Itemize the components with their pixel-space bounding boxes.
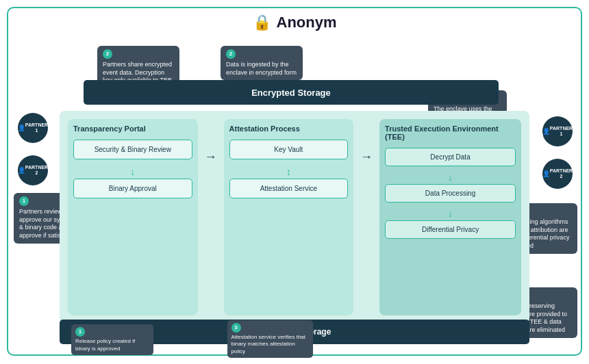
sub-ann3-text: Attestation service verifies that binary…	[231, 334, 309, 355]
arrow-between-2-3: →	[360, 119, 373, 315]
binary-approval-box: Binary Approval	[73, 179, 192, 198]
arrow-down-4: ↓	[385, 208, 516, 219]
partner-left-1: 👤PARTNER 1	[18, 113, 48, 143]
partner-circle-right-1: 👤PARTNER 1	[542, 116, 573, 146]
title-bar: 🔒 Anonym	[253, 14, 337, 31]
lock-icon: 🔒	[253, 14, 271, 31]
attestation-process-panel: Attestation Process Key Vault ↕ Attestat…	[224, 119, 354, 315]
arrow-down-3: ↓	[385, 172, 516, 183]
tee-panel: Trusted Execution Environment (TEE) Decr…	[379, 119, 521, 315]
arrow-down-1: ↓	[73, 166, 192, 177]
attestation-process-title: Attestation Process	[229, 125, 349, 133]
sub-ann1-text: Release policy created if binary is appr…	[75, 338, 149, 352]
decrypt-data-box: Decrypt Data	[385, 148, 516, 166]
tee-title: Trusted Execution Environment (TEE)	[385, 125, 516, 141]
outer-box: 🔒 Anonym 2 Partners share encrypted even…	[7, 7, 582, 356]
ann2-right-num: 2	[226, 49, 236, 59]
app-title: Anonym	[277, 14, 337, 31]
inner-content-area: Transparency Portal Security & Binary Re…	[60, 111, 529, 324]
ann1-num: 1	[19, 196, 29, 206]
key-vault-box: Key Vault	[229, 140, 349, 159]
attestation-service-box: Attestation Service	[229, 179, 349, 198]
sub-ann3-num: 3	[231, 323, 241, 333]
partner-circle-left-2: 👤PARTNER 2	[18, 155, 48, 185]
partner-right-1: 👤PARTNER 1	[542, 116, 573, 146]
main-container: 🔒 Anonym 2 Partners share encrypted even…	[0, 0, 589, 364]
annotation-2-right: 2 Data is ingested by the enclave in enc…	[221, 46, 303, 80]
sub-annotation-3: 3 Attestation service verifies that bina…	[227, 320, 313, 358]
ann2-right-text: Data is ingested by the enclave in encry…	[226, 61, 297, 77]
transparency-portal-title: Transparency Portal	[73, 125, 192, 133]
partner-circle-right-2: 👤PARTNER 2	[542, 159, 573, 189]
differential-privacy-box: Differential Privacy	[385, 220, 516, 239]
encrypted-storage-top: Encrypted Storage	[84, 80, 499, 105]
ann2-left-num: 2	[103, 49, 112, 59]
data-processing-box: Data Processing	[385, 184, 516, 203]
sub-annotation-1: 1 Release policy created if binary is ap…	[71, 324, 153, 355]
arrow-between-1-2: →	[205, 119, 217, 315]
arrow-down-2: ↕	[229, 166, 349, 177]
partner-circle-left-1: 👤PARTNER 1	[18, 113, 48, 143]
partner-left-2: 👤PARTNER 2	[18, 155, 48, 185]
sub-ann1-num: 1	[75, 327, 85, 337]
security-binary-review-box: Security & Binary Review	[73, 140, 192, 159]
partner-right-2: 👤PARTNER 2	[542, 159, 573, 189]
transparency-portal-panel: Transparency Portal Security & Binary Re…	[68, 119, 198, 315]
